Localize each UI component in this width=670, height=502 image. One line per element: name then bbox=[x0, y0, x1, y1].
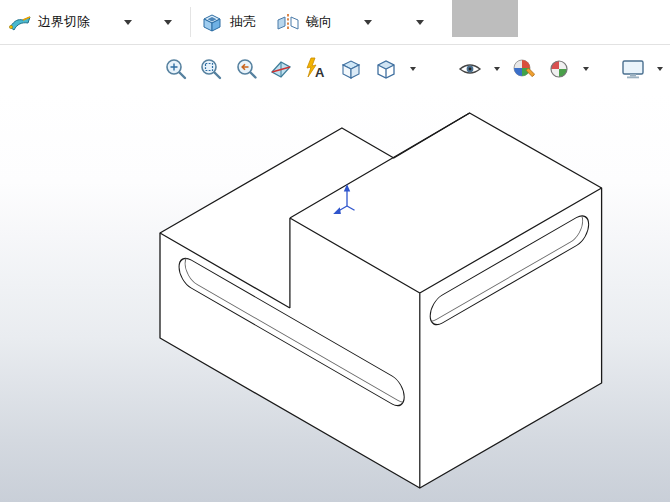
caret-down-icon bbox=[494, 67, 500, 71]
hide-show-items-button[interactable] bbox=[456, 55, 484, 83]
toolbar-placeholder bbox=[452, 0, 518, 37]
zoom-fit-icon bbox=[163, 56, 189, 82]
text-annotation-button[interactable]: A bbox=[302, 55, 330, 83]
caret-down-icon bbox=[416, 20, 424, 25]
view-orientation-button[interactable] bbox=[337, 55, 365, 83]
svg-text:A: A bbox=[315, 65, 325, 80]
apply-scene-button[interactable] bbox=[545, 55, 573, 83]
edit-appearance-button[interactable] bbox=[510, 55, 538, 83]
boundary-cut-icon bbox=[8, 10, 32, 34]
edit-appearance-icon bbox=[511, 56, 537, 82]
hide-show-items-flyout-caret[interactable] bbox=[491, 57, 503, 81]
display-style-icon bbox=[373, 56, 399, 82]
caret-down-icon bbox=[124, 20, 132, 25]
hide-show-items-icon bbox=[457, 56, 483, 82]
toolbar-flyout-caret-2[interactable] bbox=[160, 12, 176, 32]
view-settings-flyout-caret[interactable] bbox=[654, 57, 666, 81]
caret-down-icon bbox=[364, 20, 372, 25]
graphics-area[interactable] bbox=[0, 92, 670, 502]
caret-down-icon bbox=[583, 67, 589, 71]
toolbar-separator bbox=[190, 7, 191, 37]
mirror-button[interactable]: 镜向 bbox=[272, 4, 336, 40]
view-orientation-icon bbox=[338, 56, 364, 82]
toolbar-flyout-caret-4[interactable] bbox=[412, 12, 428, 32]
text-annotation-icon: A bbox=[303, 56, 329, 82]
zoom-area-icon bbox=[198, 56, 224, 82]
display-style-flyout-caret[interactable] bbox=[407, 57, 419, 81]
mirror-label: 镜向 bbox=[306, 13, 332, 31]
caret-down-icon bbox=[657, 67, 663, 71]
caret-down-icon bbox=[410, 67, 416, 71]
shell-label: 抽壳 bbox=[230, 13, 256, 31]
view-settings-icon bbox=[620, 56, 646, 82]
app-window: 边界切除 抽壳 bbox=[0, 0, 670, 502]
caret-down-icon bbox=[164, 20, 172, 25]
section-view-button[interactable] bbox=[267, 55, 295, 83]
shell-icon bbox=[200, 10, 224, 34]
features-toolbar: 边界切除 抽壳 bbox=[0, 0, 670, 45]
section-view-icon bbox=[268, 56, 294, 82]
previous-view-icon bbox=[233, 56, 259, 82]
view-settings-button[interactable] bbox=[619, 55, 647, 83]
apply-scene-flyout-caret[interactable] bbox=[580, 57, 592, 81]
previous-view-button[interactable] bbox=[232, 55, 260, 83]
boundary-cut-flyout-caret[interactable] bbox=[120, 12, 136, 32]
heads-up-toolbar: A bbox=[0, 45, 670, 92]
mirror-icon bbox=[276, 10, 300, 34]
mirror-flyout-caret[interactable] bbox=[360, 12, 376, 32]
display-style-button[interactable] bbox=[372, 55, 400, 83]
zoom-area-button[interactable] bbox=[197, 55, 225, 83]
boundary-cut-button[interactable]: 边界切除 bbox=[4, 4, 94, 40]
shell-button[interactable]: 抽壳 bbox=[196, 4, 260, 40]
zoom-fit-button[interactable] bbox=[162, 55, 190, 83]
model-wireframe bbox=[0, 92, 670, 502]
boundary-cut-label: 边界切除 bbox=[38, 13, 90, 31]
apply-scene-icon bbox=[546, 56, 572, 82]
